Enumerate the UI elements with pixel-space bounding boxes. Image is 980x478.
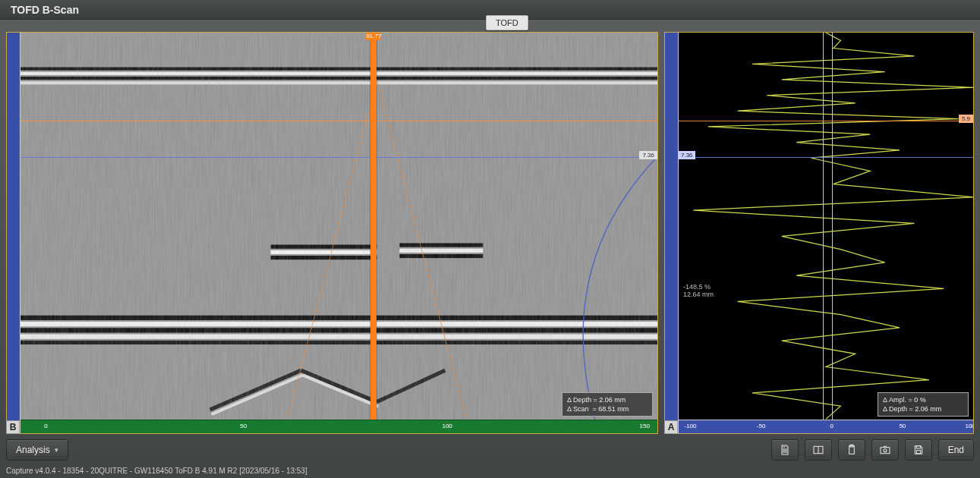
- info-val: = 2.06 mm: [594, 396, 626, 404]
- panel-badge-b: B: [6, 420, 20, 434]
- amplitude-cursor-1[interactable]: [823, 33, 824, 420]
- tab-tofd[interactable]: TOFD: [486, 15, 528, 30]
- bscan-canvas[interactable]: LS: [20, 33, 657, 433]
- orange-depth-line[interactable]: 5.9: [679, 121, 973, 121]
- analysis-label: Analysis: [16, 445, 50, 455]
- svg-rect-22: [20, 33, 657, 433]
- save-button[interactable]: [905, 439, 932, 461]
- panel-badge-a: A: [664, 420, 678, 434]
- icon-row: End: [771, 439, 974, 461]
- panel-bscan: B LS: [6, 32, 658, 434]
- ampl-tick: -50: [757, 423, 766, 429]
- info-val: = 0 %: [909, 396, 926, 404]
- ascan-readout: -148.5 % 12.64 mm: [683, 283, 714, 298]
- bscan-image: [20, 33, 657, 433]
- info-key: Δ Ampl.: [883, 396, 906, 404]
- save-icon: [912, 444, 925, 456]
- scan-axis[interactable]: 050100150: [20, 420, 657, 433]
- scan-cursor[interactable]: 81.77: [370, 33, 377, 420]
- txt-export-icon: [779, 444, 791, 456]
- amplitude-axis[interactable]: -100-50050100: [679, 420, 973, 433]
- svg-rect-30: [916, 446, 920, 448]
- readout-depth: 12.64 mm: [683, 291, 714, 298]
- amplitude-cursor-2[interactable]: [832, 33, 833, 420]
- layout-button[interactable]: [805, 439, 832, 461]
- clipboard-button[interactable]: [838, 439, 865, 461]
- blue-depth-line[interactable]: 7.36: [20, 157, 657, 158]
- content-row: B LS: [6, 32, 974, 434]
- camera-button[interactable]: [871, 439, 899, 461]
- info-key: Δ Depth: [883, 405, 907, 413]
- info-key: Δ Scan: [567, 405, 589, 413]
- orange-depth-line[interactable]: 5.9: [20, 121, 657, 121]
- end-button[interactable]: End: [938, 439, 974, 461]
- orange-depth-value: 5.9: [959, 115, 973, 123]
- ampl-tick: 0: [830, 423, 833, 429]
- analysis-button[interactable]: Analysis ▾: [6, 439, 68, 461]
- depth-ruler[interactable]: A: [665, 33, 679, 433]
- info-val: = 2.06 mm: [909, 405, 942, 413]
- camera-icon: [879, 444, 891, 456]
- clipboard-icon: [846, 444, 858, 456]
- layout-icon: [812, 444, 824, 456]
- bscan-info-box: Δ Depth = 2.06 mm Δ Scan = 68.51 mm: [562, 392, 653, 417]
- ascan-canvas[interactable]: LS 5.9 7.36 -148.5 % 12.64 mm Δ Ampl. = …: [679, 33, 973, 433]
- ascan-plot: [679, 33, 973, 433]
- ascan-info-box: Δ Ampl. = 0 % Δ Depth = 2.06 mm: [878, 392, 969, 417]
- ampl-tick: 50: [899, 423, 906, 429]
- bottom-toolbar: Analysis ▾ End: [6, 439, 974, 461]
- tab-label: TOFD: [496, 18, 518, 27]
- scan-tick: 50: [240, 423, 247, 429]
- scan-tick: 150: [640, 423, 650, 429]
- blue-depth-value: 7.36: [679, 151, 695, 159]
- svg-point-29: [884, 449, 887, 452]
- blue-depth-line[interactable]: 7.36: [679, 157, 973, 158]
- blue-depth-value: 7.36: [639, 151, 657, 159]
- chevron-down-icon: ▾: [55, 446, 58, 454]
- status-line: Capture v4.0.4 - 18354 - 20QUITRE - GW11…: [6, 467, 307, 475]
- svg-rect-28: [881, 448, 890, 454]
- svg-rect-31: [916, 451, 920, 454]
- scan-tick: 100: [442, 423, 452, 429]
- page-title: TOFD B-Scan: [11, 4, 79, 16]
- ampl-tick: -100: [685, 423, 697, 429]
- info-val: = 68.51 mm: [593, 405, 629, 413]
- panel-ascan: A LS 5.9 7.36 -148.5 % 12.64 mm Δ Ampl. …: [664, 32, 974, 434]
- depth-ruler[interactable]: B: [7, 33, 20, 433]
- readout-ampl: -148.5 %: [683, 283, 714, 291]
- end-label: End: [948, 445, 964, 455]
- scan-tick: 0: [44, 423, 47, 429]
- scan-cursor-value: 81.77: [366, 33, 381, 40]
- info-key: Δ Depth: [567, 396, 591, 404]
- ampl-tick: 100: [965, 423, 973, 429]
- txt-export-button[interactable]: [771, 439, 799, 461]
